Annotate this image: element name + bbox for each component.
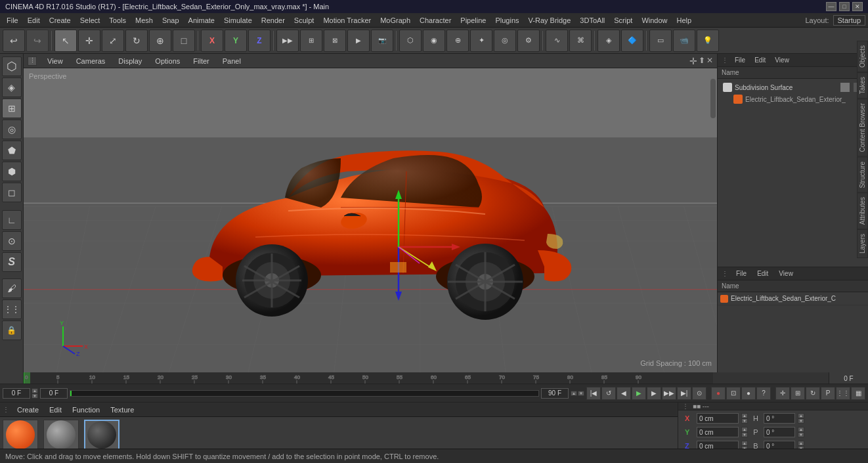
- start-frame-input[interactable]: [40, 388, 68, 399]
- play-button[interactable]: ▶▶: [276, 30, 299, 52]
- cube-icon-button[interactable]: ⬡: [399, 30, 422, 52]
- param-icon-btn[interactable]: P: [821, 387, 835, 400]
- menu-help[interactable]: Help: [673, 15, 696, 26]
- scale-icon-btn[interactable]: ↻: [806, 387, 820, 400]
- menu-mograph[interactable]: MoGraph: [376, 15, 414, 26]
- menu-motion-tracker[interactable]: Motion Tracker: [319, 15, 375, 26]
- menu-3dtoall[interactable]: 3DToAll: [576, 15, 609, 26]
- side-tab-content[interactable]: Content Browser: [857, 99, 868, 156]
- h-down[interactable]: ▼: [798, 418, 804, 424]
- left-tool-8[interactable]: ∟: [2, 210, 22, 230]
- attr-edit-tab[interactable]: Edit: [754, 269, 771, 278]
- menu-animate[interactable]: Animate: [184, 15, 219, 26]
- side-tab-layers[interactable]: Layers: [857, 229, 868, 258]
- vp-menu-options[interactable]: Options: [152, 56, 183, 66]
- close-button[interactable]: ✕: [852, 2, 863, 11]
- menu-mesh[interactable]: Mesh: [131, 15, 157, 26]
- mat-function[interactable]: Function: [68, 405, 104, 415]
- transform-tool-button[interactable]: □: [173, 30, 195, 52]
- undo-button[interactable]: ↩: [3, 30, 25, 52]
- fast-forward-button[interactable]: ▶▶: [662, 387, 676, 400]
- om-file-tab[interactable]: File: [732, 56, 748, 64]
- menu-file[interactable]: File: [3, 15, 22, 26]
- play-reverse-button[interactable]: ↺: [601, 387, 616, 400]
- z-pos-up[interactable]: ▲: [741, 441, 748, 446]
- left-tool-6[interactable]: ⬢: [2, 162, 22, 181]
- move-icon-btn[interactable]: ✛: [775, 387, 790, 400]
- star-icon-button[interactable]: ✦: [470, 30, 492, 52]
- menu-edit[interactable]: Edit: [24, 15, 44, 26]
- viewport[interactable]: Perspective: [24, 68, 717, 372]
- universal-tool-button[interactable]: ⊕: [149, 30, 171, 52]
- viewport-drag-handle[interactable]: ⋮: [28, 56, 37, 66]
- side-tab-structure[interactable]: Structure: [857, 157, 868, 193]
- frame-up-btn[interactable]: ▲: [32, 388, 38, 393]
- mat-texture[interactable]: Texture: [106, 405, 138, 415]
- light2-icon-button[interactable]: 💡: [697, 30, 719, 52]
- record-button[interactable]: ⊙: [692, 387, 706, 400]
- left-tool-lock[interactable]: 🔒: [2, 320, 22, 340]
- menu-simulate[interactable]: Simulate: [220, 15, 256, 26]
- camera-icon-button[interactable]: 📹: [673, 30, 695, 52]
- side-tab-takes[interactable]: Takes: [857, 72, 868, 99]
- record2-button[interactable]: ●: [741, 387, 756, 400]
- mat-edit[interactable]: Edit: [45, 405, 66, 415]
- move-tool-button[interactable]: ✛: [78, 30, 100, 52]
- render-button[interactable]: ▶: [347, 30, 370, 52]
- render-to-picture[interactable]: 📷: [371, 30, 393, 52]
- left-tool-2[interactable]: ◈: [2, 77, 22, 97]
- left-tool-grid[interactable]: ⋮⋮: [2, 299, 22, 319]
- tag-icon-button[interactable]: 🔷: [621, 30, 643, 52]
- coord-y-pos[interactable]: 0 cm: [697, 427, 739, 437]
- vp-menu-view[interactable]: View: [45, 56, 66, 66]
- grid-icon-btn[interactable]: ⋮⋮: [836, 387, 850, 400]
- layout-dropdown[interactable]: Startup: [833, 15, 865, 26]
- render-active-button[interactable]: ⊠: [324, 30, 346, 52]
- p-down[interactable]: ▼: [798, 432, 804, 437]
- om-item-sedan[interactable]: Electric_Liftback_Sedan_Exterior_: [720, 93, 865, 105]
- coord-x-pos[interactable]: 0 cm: [697, 413, 739, 424]
- side-tab-attributes[interactable]: Attributes: [857, 192, 868, 229]
- left-tool-1[interactable]: ⬡: [2, 56, 22, 76]
- menu-script[interactable]: Script: [610, 15, 636, 26]
- menu-character[interactable]: Character: [416, 15, 455, 26]
- end-frame-arrow[interactable]: ▲ ▼: [571, 391, 584, 396]
- keyframe-button[interactable]: ●: [711, 387, 726, 400]
- scale-tool-button[interactable]: ⤢: [102, 30, 124, 52]
- vp-menu-display[interactable]: Display: [116, 56, 144, 66]
- rotate-tool-button[interactable]: ↻: [125, 30, 148, 52]
- end-down[interactable]: ▼: [578, 391, 584, 396]
- coord-p[interactable]: 0 °: [764, 427, 795, 437]
- maximize-button[interactable]: □: [839, 2, 850, 11]
- curve-icon-button[interactable]: ∿: [546, 30, 568, 52]
- title-bar-controls[interactable]: — □ ✕: [826, 2, 863, 11]
- left-tool-brush[interactable]: 🖌: [2, 278, 22, 298]
- prev-frame-button[interactable]: ◀: [617, 387, 631, 400]
- minimize-button[interactable]: —: [826, 2, 836, 11]
- om-visibility-dot[interactable]: [840, 83, 850, 92]
- floor-icon-button[interactable]: ▭: [649, 30, 672, 52]
- om-view-tab[interactable]: View: [772, 56, 792, 64]
- h-up[interactable]: ▲: [798, 413, 804, 418]
- menu-select[interactable]: Select: [76, 15, 104, 26]
- play-button[interactable]: ▶: [632, 387, 646, 400]
- end-frame-input[interactable]: [541, 388, 569, 399]
- goto-start-button[interactable]: |◀: [586, 387, 601, 400]
- layout-icon-btn[interactable]: ▦: [851, 387, 865, 400]
- axis-y-button[interactable]: Y: [225, 30, 247, 52]
- menu-plugins[interactable]: Plugins: [491, 15, 523, 26]
- torus-icon-button[interactable]: ◎: [494, 30, 516, 52]
- attr-file-tab[interactable]: File: [733, 269, 749, 278]
- frame-down-btn[interactable]: ▼: [32, 393, 38, 399]
- menu-window[interactable]: Window: [638, 15, 671, 26]
- om-item-subdivision[interactable]: Subdivision Surface: [720, 81, 865, 93]
- vp-menu-filter[interactable]: Filter: [190, 56, 211, 66]
- render-region-button[interactable]: ⊞: [300, 30, 322, 52]
- goto-end-button[interactable]: ▶|: [677, 387, 691, 400]
- left-tool-7[interactable]: ◻: [2, 183, 22, 202]
- attr-view-tab[interactable]: View: [776, 269, 796, 278]
- light-icon-button[interactable]: ⊕: [446, 30, 469, 52]
- viewport-close-icon[interactable]: ✕: [706, 56, 713, 66]
- left-tool-9[interactable]: ⊙: [2, 231, 22, 251]
- side-tab-objects[interactable]: Objects: [857, 41, 868, 72]
